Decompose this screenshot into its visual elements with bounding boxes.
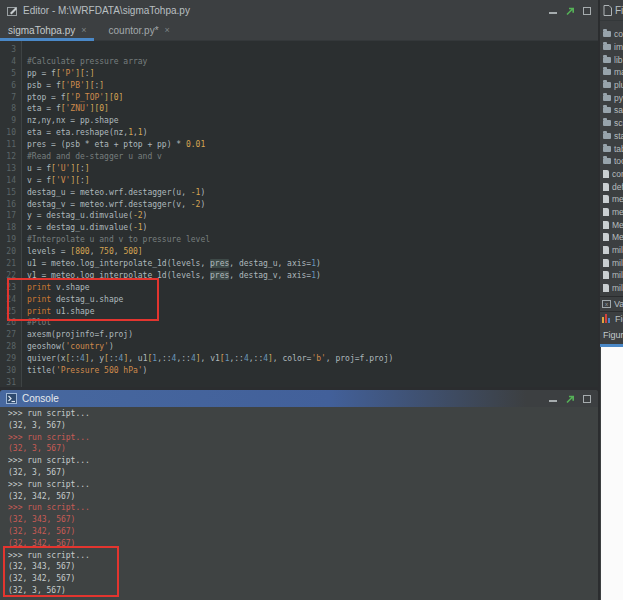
file-list-item[interactable]: Meteo — [603, 231, 623, 244]
float-arrow-icon[interactable] — [565, 394, 575, 404]
file-list-item[interactable]: tables — [603, 142, 623, 155]
variables-icon: x — [602, 300, 611, 308]
close-icon[interactable]: × — [81, 26, 86, 35]
figures-panel-bar[interactable]: Figures — [600, 311, 623, 325]
file-list-item[interactable]: milab — [603, 269, 623, 282]
folder-icon — [603, 69, 611, 75]
code-token: nz,ny,nx = pp.shape — [27, 116, 119, 125]
file-icon — [603, 195, 609, 203]
float-arrow-icon[interactable] — [565, 6, 575, 16]
code-line: 5pp = f['P'][:] — [0, 68, 598, 80]
console-line: >>> run script... — [8, 408, 588, 420]
console-line: (32, 343, 567) — [8, 514, 588, 526]
file-item-label: default — [612, 182, 623, 192]
file-list-item[interactable]: stations — [603, 130, 623, 143]
line-number: 14 — [0, 175, 16, 187]
code-line: 4#Calculate pressure array — [0, 56, 598, 68]
code-token: 500 — [123, 247, 137, 256]
figures-label: Figures — [615, 314, 623, 324]
file-list-item[interactable]: pylib — [603, 91, 623, 104]
file-icon — [603, 221, 609, 229]
file-list-item[interactable]: image — [603, 41, 623, 54]
maximize-icon[interactable] — [582, 6, 592, 16]
file-item-label: sample — [614, 105, 623, 115]
file-list-item[interactable]: plugins — [603, 79, 623, 92]
folder-icon — [603, 133, 611, 139]
code-token: ,:: — [229, 354, 243, 363]
file-list-item[interactable]: sample — [603, 104, 623, 117]
figure-tab-label: Figure — [603, 330, 623, 340]
file-icon — [603, 170, 609, 178]
code-line: 13u = f['U'][:] — [0, 163, 598, 175]
file-item-label: Meteo — [612, 220, 623, 230]
line-number: 8 — [0, 103, 16, 115]
code-line: 31 — [0, 377, 598, 387]
tab-label: sigmaTohpa.py — [8, 25, 75, 36]
files-panel-title: Files — [615, 5, 623, 16]
file-list-item[interactable]: meteo — [603, 206, 623, 219]
file-list-item[interactable]: milab — [603, 244, 623, 257]
code-token: ) — [143, 128, 148, 137]
code-token: 'V' — [56, 176, 70, 185]
folder-icon — [603, 107, 611, 113]
code-token: , y — [90, 354, 104, 363]
code-token: geoshow( — [27, 342, 66, 351]
close-icon[interactable]: × — [165, 26, 170, 35]
code-token: ptop = f — [27, 93, 66, 102]
line-number: 9 — [0, 115, 16, 127]
code-token: , destag_v, axis= — [229, 271, 311, 280]
code-token: 'ZNU' — [66, 104, 90, 113]
code-token: ][ — [85, 81, 95, 90]
file-item-label: Meteo — [612, 232, 623, 242]
console-panel-header[interactable]: Console — [0, 390, 598, 407]
code-token: 'P_TOP' — [70, 93, 104, 102]
tab-countor[interactable]: countor.py* × — [101, 21, 178, 40]
code-line: 14v = f['V'][:] — [0, 175, 598, 187]
editor-panel-header: Editor - M:\WRFDATA\sigmaTohpa.py — [0, 0, 598, 21]
file-list-item[interactable]: config — [603, 168, 623, 181]
code-line: 20levels = [800, 750, 500] — [0, 246, 598, 258]
file-item-label: milab — [612, 258, 623, 268]
figure-canvas[interactable] — [601, 347, 623, 600]
code-token: ) — [143, 366, 148, 375]
minimize-icon[interactable] — [548, 6, 558, 16]
file-list-item[interactable]: colormaps — [603, 28, 623, 41]
file-icon — [603, 5, 612, 16]
code-token: ] — [138, 247, 143, 256]
file-list-item[interactable]: lib — [603, 53, 623, 66]
code-line: 21u1 = meteo.log_interpolate_1d(levels, … — [0, 258, 598, 270]
file-list-item[interactable]: milab — [603, 256, 623, 269]
code-line: 30title('Pressure 500 hPa') — [0, 365, 598, 377]
console-line: (32, 3, 567) — [8, 420, 588, 432]
file-list-item[interactable]: default — [603, 180, 623, 193]
file-list-item[interactable]: script — [603, 117, 623, 130]
maximize-icon[interactable] — [582, 394, 592, 404]
file-list-item[interactable]: meteo — [603, 193, 623, 206]
file-list-item[interactable]: Meteo — [603, 218, 623, 231]
console-line: (32, 342, 567) — [8, 491, 588, 503]
file-item-label: plugins — [614, 80, 623, 90]
code-token: ] — [90, 69, 95, 78]
annotation-rectangle-console — [3, 546, 119, 597]
console-line: >>> run script... — [8, 432, 588, 444]
code-line: 17y = destag_u.dimvalue(-2) — [0, 210, 598, 222]
line-number: 3 — [0, 44, 16, 56]
line-number: 16 — [0, 199, 16, 211]
code-token: 800 — [75, 247, 89, 256]
file-list-item[interactable]: toolbox — [603, 155, 623, 168]
file-list-item[interactable]: milab — [603, 282, 623, 295]
code-token: pres — [210, 259, 229, 268]
file-list-item[interactable]: map — [603, 66, 623, 79]
variables-panel-bar[interactable]: x Variables — [600, 296, 623, 310]
minimize-icon[interactable] — [548, 394, 558, 404]
code-token: axesm(projinfo=f.proj) — [27, 330, 133, 339]
code-line: 12#Read and de-stagger u and v — [0, 151, 598, 163]
variables-label: Variables — [614, 299, 623, 309]
line-number: 19 — [0, 234, 16, 246]
tab-figure[interactable]: Figure — [600, 326, 623, 344]
code-editor-area[interactable]: 34#Calculate pressure array5pp = f['P'][… — [0, 41, 598, 387]
file-list: colormapsimagelibmappluginspylibsamplesc… — [603, 28, 623, 294]
code-token: -1 — [133, 223, 143, 232]
code-token: 'U' — [56, 164, 70, 173]
code-line: 6psb = f['PB'][:] — [0, 80, 598, 92]
